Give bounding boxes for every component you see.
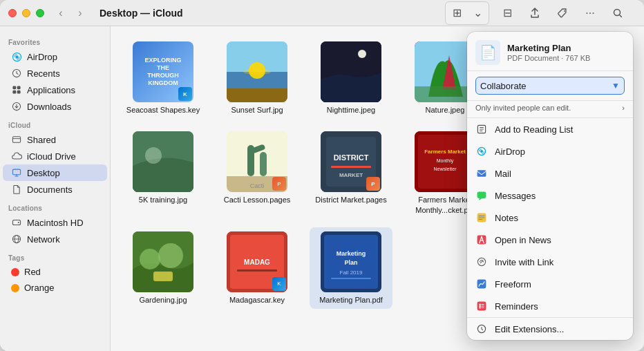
sidebar-section-tags: Tags <box>0 247 110 264</box>
search-button[interactable] <box>608 3 627 23</box>
sidebar-item-airdrop[interactable]: AirDrop <box>3 48 107 65</box>
network-icon <box>11 234 22 245</box>
file-item-cacti[interactable]: Cacti P Cacti Lesson.pages <box>216 127 299 219</box>
file-thumb-district: DISTRICT MARKET P <box>321 131 381 192</box>
file-label-cacti: Cacti Lesson.pages <box>224 195 291 205</box>
sidebar-item-icloud-drive[interactable]: iCloud Drive <box>3 148 107 164</box>
collaborate-label: Collaborate <box>480 81 527 91</box>
svg-point-70 <box>479 305 480 307</box>
file-thumb-nature <box>415 41 475 102</box>
group-by-button[interactable]: ⊟ <box>498 3 517 23</box>
file-area: EXPLORINGTHETHROUGHKINGDOM K Seacoast Sh… <box>111 26 644 351</box>
file-thumb-cacti: Cacti P <box>227 131 287 192</box>
sidebar-section-locations: Locations <box>0 198 110 214</box>
finder-window: ‹ › Desktop — iCloud ⊞ ⌄ ⊟ <box>0 0 644 351</box>
sidebar-applications-label: Applications <box>27 85 75 95</box>
sidebar-desktop-label: Desktop <box>27 168 60 178</box>
file-item-seacoast[interactable]: EXPLORINGTHETHROUGHKINGDOM K Seacoast Sh… <box>122 37 205 119</box>
close-button[interactable] <box>8 9 17 17</box>
file-item-sunset[interactable]: Sunset Surf.jpg <box>216 37 299 119</box>
svg-rect-5 <box>12 86 16 89</box>
svg-text:Cacti: Cacti <box>250 182 265 189</box>
sidebar-item-orange[interactable]: Orange <box>3 280 107 296</box>
popup-edit-extensions[interactable]: Edit Extensions... <box>467 317 633 340</box>
icon-view-button[interactable]: ⊞ <box>447 3 466 23</box>
popup-menu-item-reading-list[interactable]: Add to Reading List <box>467 118 633 140</box>
svg-text:Fall 2019: Fall 2019 <box>340 269 363 276</box>
file-thumb-marketing: Marketing Plan Fall 2019 <box>321 231 381 292</box>
svg-point-3 <box>15 55 19 59</box>
share-popup: 📄 Marketing Plan PDF Document · 767 KB C… <box>467 32 633 340</box>
sidebar-section-favorites: Favorites <box>0 32 110 48</box>
airdrop-share-label: AirDrop <box>495 146 525 157</box>
forward-button[interactable]: › <box>72 5 88 21</box>
popup-file-name: Marketing Plan <box>507 43 625 53</box>
maximize-button[interactable] <box>36 9 44 17</box>
svg-rect-6 <box>17 86 21 89</box>
notes-icon <box>475 211 488 224</box>
svg-rect-48 <box>153 272 173 281</box>
popup-menu-item-invite-link[interactable]: Invite with Link <box>467 251 633 273</box>
svg-text:Plan: Plan <box>344 259 357 266</box>
svg-rect-63 <box>477 191 486 198</box>
popup-menu-item-messages[interactable]: Messages <box>467 184 633 207</box>
share-button[interactable] <box>525 3 544 23</box>
popup-menu-item-mail[interactable]: Mail <box>467 162 633 184</box>
file-item-nighttime[interactable]: Nighttime.jpeg <box>310 37 392 119</box>
svg-point-61 <box>480 150 483 153</box>
sidebar-network-label: Network <box>27 234 60 245</box>
more-button[interactable]: ··· <box>580 3 600 23</box>
svg-rect-25 <box>415 86 475 102</box>
sidebar-item-recents[interactable]: Recents <box>3 65 107 82</box>
file-thumb-sunset <box>227 41 287 102</box>
file-item-marketing[interactable]: Marketing Plan Fall 2019 Marketing Plan.… <box>310 227 392 309</box>
breadcrumb: Desktop — iCloud <box>100 8 183 19</box>
sidebar-item-applications[interactable]: Applications <box>3 82 107 98</box>
notes-label: Notes <box>495 213 518 223</box>
file-label-sunset: Sunset Surf.jpg <box>231 105 283 115</box>
popup-menu-item-freeform[interactable]: Freeform <box>467 273 633 295</box>
sidebar-item-shared[interactable]: Shared <box>3 131 107 148</box>
sidebar-downloads-label: Downloads <box>27 102 71 112</box>
sidebar-red-label: Red <box>24 267 41 277</box>
sidebar-item-network[interactable]: Network <box>3 231 107 247</box>
file-thumb-gardening <box>133 231 193 292</box>
svg-point-47 <box>158 243 183 268</box>
view-toggle[interactable]: ⊞ ⌄ <box>445 1 489 25</box>
popup-file-icon: 📄 <box>475 40 500 65</box>
popup-menu-item-notes[interactable]: Notes <box>467 207 633 229</box>
popup-file-meta: PDF Document · 767 KB <box>507 54 625 62</box>
sidebar-item-red[interactable]: Red <box>3 264 107 280</box>
file-item-madagascar[interactable]: MADAG K Madagascar.key <box>216 227 299 309</box>
file-thumb-5k <box>133 131 193 192</box>
sidebar-documents-label: Documents <box>27 184 73 195</box>
sidebar-item-downloads[interactable]: Downloads <box>3 98 107 115</box>
file-label-district: District Market.pages <box>315 195 386 205</box>
file-item-gardening[interactable]: Gardening.jpg <box>122 227 205 309</box>
popup-menu-item-open-news[interactable]: Open in News <box>467 229 633 251</box>
sidebar-item-desktop[interactable]: Desktop <box>3 164 107 181</box>
file-item-5k[interactable]: 5K training.jpg <box>122 127 205 219</box>
news-icon <box>475 234 488 246</box>
list-view-button[interactable]: ⌄ <box>468 3 487 23</box>
svg-text:Farmers Market: Farmers Market <box>424 149 466 155</box>
mail-icon <box>475 167 488 180</box>
popup-invite-hint[interactable]: Only invited people can edit. › <box>467 101 633 118</box>
svg-text:MARKET: MARKET <box>339 172 363 178</box>
collaborate-select[interactable]: Collaborate ▼ <box>475 77 625 95</box>
file-label-madagascar: Madagascar.key <box>229 295 285 305</box>
file-item-district[interactable]: DISTRICT MARKET P District Market.pages <box>310 127 392 219</box>
sidebar: Favorites AirDrop <box>0 26 111 351</box>
file-label-5k: 5K training.jpg <box>139 195 187 205</box>
popup-menu-item-airdrop[interactable]: AirDrop <box>467 140 633 162</box>
minimize-button[interactable] <box>22 9 30 17</box>
back-button[interactable]: ‹ <box>53 5 69 21</box>
disk-icon <box>11 217 22 228</box>
file-label-seacoast: Seacoast Shapes.key <box>126 105 200 115</box>
desktop-icon <box>11 167 22 178</box>
tag-button[interactable] <box>553 3 572 23</box>
popup-menu-item-reminders[interactable]: Reminders <box>467 295 633 317</box>
sidebar-item-macintosh-hd[interactable]: Macintosh HD <box>3 214 107 231</box>
nav-buttons: ‹ › <box>53 5 88 21</box>
sidebar-item-documents[interactable]: Documents <box>3 181 107 198</box>
